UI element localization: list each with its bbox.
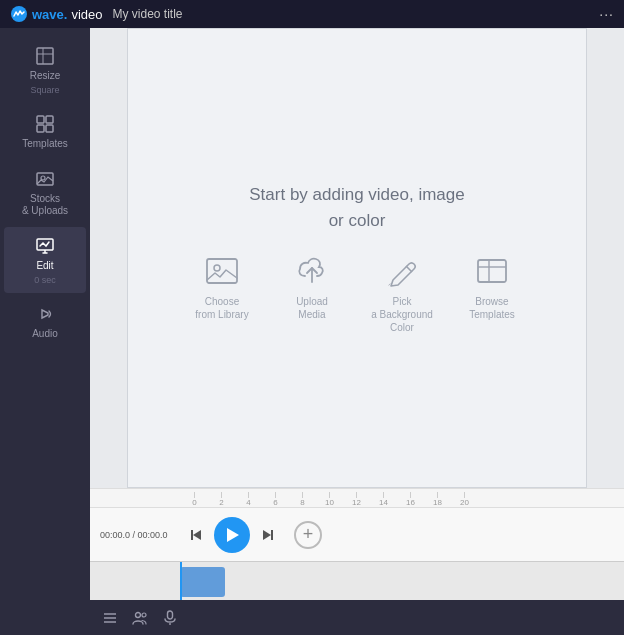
svg-point-14 (214, 265, 220, 271)
svg-point-28 (142, 613, 146, 617)
ruler-mark: 16 (397, 492, 424, 507)
timeline-clip-bar (180, 567, 225, 597)
main-layout: Resize Square Templates (0, 28, 624, 635)
timeline-playhead (180, 562, 182, 600)
sidebar-item-edit[interactable]: Edit 0 sec (4, 227, 86, 293)
logo-video-text: video (71, 7, 102, 22)
sidebar-item-stocks[interactable]: Stocks& Uploads (4, 160, 86, 225)
timeline-ruler: 0 2 4 6 8 10 12 14 16 18 20 (90, 488, 624, 507)
menu-icon[interactable] (102, 610, 118, 626)
browse-templates-action[interactable]: BrowseTemplates (457, 253, 527, 321)
sidebar: Resize Square Templates (0, 28, 90, 635)
audio-icon (34, 303, 56, 325)
mic-icon[interactable] (162, 610, 178, 626)
svg-line-16 (406, 266, 412, 272)
play-button[interactable] (214, 517, 250, 553)
svg-rect-29 (168, 611, 173, 619)
audio-label: Audio (32, 328, 58, 340)
content-area: Start by adding video, imageor color Cho (90, 28, 624, 635)
browse-templates-label: BrowseTemplates (469, 295, 515, 321)
canvas-viewport: Start by adding video, imageor color Cho (127, 28, 587, 488)
playback-area: 00:00.0 / 00:00.0 + (90, 507, 624, 561)
time-display: 00:00.0 / 00:00.0 (100, 530, 180, 540)
canvas-area: Start by adding video, imageor color Cho (90, 28, 624, 488)
canvas-prompt: Start by adding video, imageor color (249, 182, 464, 233)
ruler-mark: 6 (262, 492, 289, 507)
topbar: wave.video My video title ··· (0, 0, 624, 28)
ruler-mark: 0 (181, 492, 208, 507)
canvas-actions: Choosefrom Library UploadMedia (187, 253, 527, 334)
svg-point-27 (136, 612, 141, 617)
stocks-label: Stocks& Uploads (22, 193, 68, 217)
svg-rect-5 (46, 116, 53, 123)
svg-rect-1 (37, 48, 53, 64)
svg-rect-6 (37, 125, 44, 132)
logo-wave-text: wave. (32, 7, 67, 22)
stocks-icon (34, 168, 56, 190)
templates-icon (34, 113, 56, 135)
templates-label: Templates (22, 138, 68, 150)
timeline-clip-area[interactable] (90, 561, 624, 600)
svg-rect-21 (191, 530, 193, 540)
svg-marker-20 (193, 530, 201, 540)
video-title[interactable]: My video title (113, 7, 590, 21)
choose-library-icon (204, 253, 240, 289)
pick-background-icon (384, 253, 420, 289)
edit-icon (34, 235, 56, 257)
resize-icon (34, 45, 56, 67)
pick-background-action[interactable]: Picka BackgroundColor (367, 253, 437, 334)
wave-logo-icon (10, 5, 28, 23)
ruler-mark: 20 (451, 492, 478, 507)
svg-rect-23 (271, 530, 273, 540)
bottom-controls (90, 600, 624, 635)
svg-marker-22 (263, 530, 271, 540)
choose-library-action[interactable]: Choosefrom Library (187, 253, 257, 321)
sidebar-item-templates[interactable]: Templates (4, 105, 86, 158)
edit-sublabel: 0 sec (34, 275, 56, 285)
svg-rect-13 (207, 259, 237, 283)
ruler-mark: 12 (343, 492, 370, 507)
ruler-mark: 10 (316, 492, 343, 507)
canvas-prompt-text: Start by adding video, imageor color (249, 185, 464, 230)
ruler-mark: 18 (424, 492, 451, 507)
ruler-track: 0 2 4 6 8 10 12 14 16 18 20 (96, 489, 478, 507)
upload-media-icon (294, 253, 330, 289)
svg-point-9 (41, 176, 45, 180)
next-button[interactable] (258, 526, 276, 544)
resize-label: Resize (30, 70, 61, 82)
choose-library-label: Choosefrom Library (195, 295, 248, 321)
play-icon (227, 528, 239, 542)
people-icon[interactable] (132, 610, 148, 626)
ruler-mark: 4 (235, 492, 262, 507)
ruler-mark: 2 (208, 492, 235, 507)
browse-templates-icon (474, 253, 510, 289)
sidebar-item-resize[interactable]: Resize Square (4, 37, 86, 103)
pick-background-label: Picka BackgroundColor (371, 295, 433, 334)
svg-rect-7 (46, 125, 53, 132)
edit-label: Edit (36, 260, 53, 272)
upload-media-action[interactable]: UploadMedia (277, 253, 347, 321)
logo: wave.video (10, 5, 103, 23)
prev-button[interactable] (188, 526, 206, 544)
add-scene-button[interactable]: + (294, 521, 322, 549)
resize-sublabel: Square (30, 85, 59, 95)
ruler-mark: 14 (370, 492, 397, 507)
svg-rect-17 (478, 260, 506, 282)
upload-media-label: UploadMedia (296, 295, 328, 321)
more-options-button[interactable]: ··· (599, 6, 614, 22)
sidebar-item-audio[interactable]: Audio (4, 295, 86, 348)
ruler-mark: 8 (289, 492, 316, 507)
svg-rect-4 (37, 116, 44, 123)
